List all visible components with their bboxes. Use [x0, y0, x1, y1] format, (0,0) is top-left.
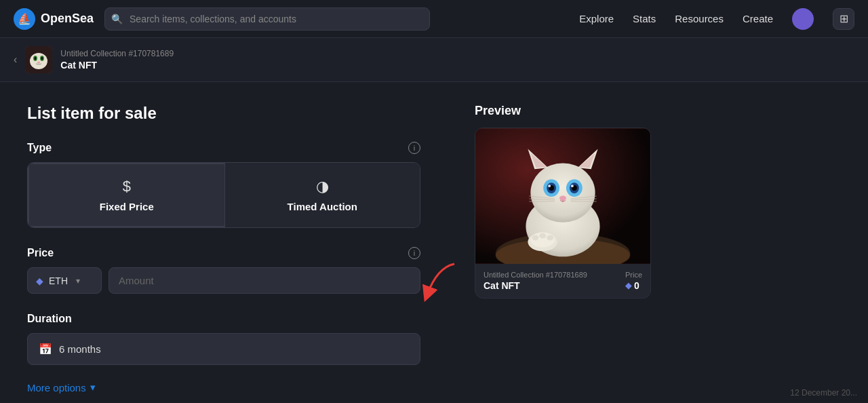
nft-thumb-image — [25, 46, 52, 73]
opensea-logo-icon: ⛵ — [14, 8, 35, 30]
wallet-icon[interactable]: ⊞ — [833, 8, 854, 30]
svg-point-6 — [37, 62, 40, 64]
more-options-label: More options — [27, 382, 86, 394]
right-panel: Preview — [475, 104, 665, 394]
back-button[interactable]: ‹ — [14, 54, 17, 66]
preview-collection: Untitled Collection #170781689 — [484, 271, 587, 279]
type-info-icon[interactable]: i — [408, 142, 420, 154]
preview-eth-icon: ◆ — [625, 281, 631, 290]
preview-info: Untitled Collection #170781689 Cat NFT P… — [475, 264, 650, 298]
preview-nft-image — [475, 128, 650, 264]
svg-point-26 — [559, 196, 566, 201]
price-section-header: Price i — [27, 247, 420, 259]
breadcrumb-collection: Untitled Collection #170781689 — [60, 49, 174, 58]
cat-illustration — [475, 128, 650, 264]
date-footer: 12 December 20... — [790, 388, 857, 398]
fixed-price-icon: $ — [123, 178, 131, 195]
price-label: Price — [27, 247, 54, 259]
eth-diamond-icon: ◆ — [36, 275, 43, 286]
user-avatar[interactable] — [792, 8, 814, 30]
search-input[interactable] — [104, 7, 430, 31]
more-options-button[interactable]: More options ▾ — [27, 381, 96, 394]
calendar-icon: 📅 — [39, 343, 52, 356]
svg-point-4 — [35, 57, 37, 60]
search-icon: 🔍 — [111, 14, 123, 24]
preview-card: Untitled Collection #170781689 Cat NFT P… — [475, 128, 651, 299]
duration-button[interactable]: 📅 6 months — [27, 333, 420, 365]
navbar: ⛵ OpenSea 🔍 Explore Stats Resources Crea… — [0, 0, 868, 38]
left-panel: List item for sale Type i $ Fixed Price … — [27, 104, 420, 394]
type-fixed-price[interactable]: $ Fixed Price — [28, 163, 225, 227]
fixed-price-label: Fixed Price — [100, 201, 154, 212]
duration-label: Duration — [27, 313, 72, 325]
preview-price-label: Price — [625, 271, 642, 279]
price-info-icon[interactable]: i — [408, 247, 420, 259]
nav-links: Explore Stats Resources Create ⊞ — [579, 8, 854, 30]
price-row: ◆ ETH ▾ — [27, 267, 420, 294]
svg-point-13 — [530, 163, 595, 222]
nft-thumbnail — [25, 46, 52, 73]
currency-label: ETH — [49, 275, 68, 286]
preview-title: Preview — [475, 104, 665, 118]
timed-auction-icon: ◑ — [316, 178, 329, 195]
type-timed-auction[interactable]: ◑ Timed Auction — [225, 163, 420, 227]
preview-nft-name: Cat NFT — [484, 280, 587, 291]
svg-point-25 — [571, 185, 574, 187]
type-selector: $ Fixed Price ◑ Timed Auction — [27, 162, 420, 228]
preview-right-info: Price ◆ 0 — [625, 271, 642, 291]
nav-resources[interactable]: Resources — [675, 13, 724, 24]
svg-point-24 — [548, 185, 551, 187]
preview-price-number: 0 — [634, 280, 639, 291]
svg-point-5 — [41, 57, 43, 60]
svg-point-36 — [539, 233, 546, 239]
amount-input[interactable] — [108, 267, 420, 294]
preview-left-info: Untitled Collection #170781689 Cat NFT — [484, 271, 587, 291]
svg-point-35 — [532, 235, 538, 241]
nav-explore[interactable]: Explore — [579, 13, 614, 24]
currency-select[interactable]: ◆ ETH ▾ — [27, 267, 102, 294]
main-content: List item for sale Type i $ Fixed Price … — [0, 82, 746, 403]
nav-logo-text: OpenSea — [41, 12, 94, 26]
preview-price-value: ◆ 0 — [625, 280, 642, 291]
more-options-chevron-icon: ▾ — [90, 381, 96, 394]
duration-section-header: Duration — [27, 313, 420, 325]
svg-point-1 — [30, 53, 47, 69]
nav-logo[interactable]: ⛵ OpenSea — [14, 8, 94, 30]
breadcrumb-info: Untitled Collection #170781689 Cat NFT — [60, 49, 174, 71]
svg-point-37 — [547, 235, 553, 241]
breadcrumb-nft-name: Cat NFT — [60, 60, 174, 71]
duration-value: 6 months — [59, 343, 101, 355]
currency-chevron-icon: ▾ — [76, 276, 80, 286]
search-bar: 🔍 — [104, 7, 430, 31]
type-section-header: Type i — [27, 142, 420, 154]
nav-create[interactable]: Create — [743, 13, 773, 24]
type-label: Type — [27, 142, 52, 154]
nav-stats[interactable]: Stats — [633, 13, 656, 24]
page-title: List item for sale — [27, 104, 420, 123]
timed-auction-label: Timed Auction — [288, 201, 357, 212]
breadcrumb-bar: ‹ Untitled Collection #170781689 Cat NFT — [0, 38, 868, 82]
